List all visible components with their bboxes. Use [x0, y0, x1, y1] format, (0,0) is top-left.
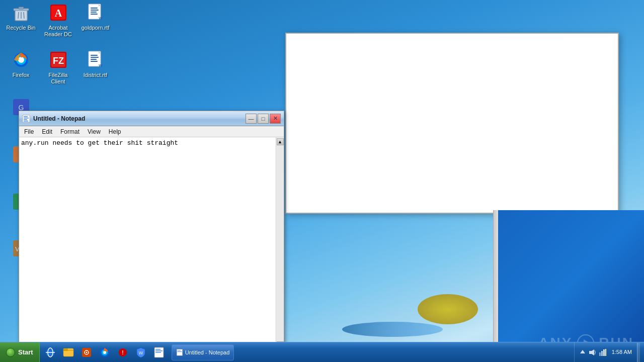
- tray-show-hidden[interactable]: [579, 348, 587, 356]
- svg-marker-68: [592, 349, 594, 355]
- svg-rect-48: [63, 348, 68, 351]
- svg-text:W: W: [99, 16, 103, 21]
- minimize-button[interactable]: —: [246, 114, 257, 124]
- system-tray: 1:58 AM: [574, 342, 644, 362]
- notepad-titlebar[interactable]: Untitled - Notepad — □ ✕: [19, 111, 284, 126]
- menu-format[interactable]: Format: [57, 127, 83, 136]
- svg-rect-72: [605, 349, 606, 356]
- taskbar-security-icon[interactable]: !: [114, 344, 131, 361]
- svg-rect-27: [91, 61, 98, 62]
- svg-rect-61: [155, 350, 163, 351]
- svg-rect-67: [589, 351, 592, 354]
- svg-rect-63: [177, 349, 182, 355]
- svg-rect-24: [91, 55, 98, 56]
- right-scrollbar-panel[interactable]: [493, 210, 498, 346]
- filezilla-icon-image: FZ: [48, 50, 68, 70]
- filezilla-label: FileZilla Client: [41, 72, 75, 85]
- svg-rect-39: [24, 118, 29, 119]
- firefox-icon-image: [11, 50, 31, 70]
- menu-edit[interactable]: Edit: [39, 127, 55, 136]
- task-notepad-icon: [176, 349, 183, 356]
- system-clock[interactable]: 1:58 AM: [609, 348, 635, 356]
- clock-time: 1:58 AM: [612, 348, 632, 356]
- svg-rect-69: [599, 352, 601, 356]
- ldistrict-rtf-label: ldistrict.rtf: [84, 72, 107, 78]
- acrobat-label: AcrobatReader DC: [44, 25, 72, 38]
- svg-rect-25: [91, 57, 99, 58]
- svg-rect-60: [155, 349, 160, 350]
- taskbar: Start: [0, 342, 644, 362]
- titlebar-buttons: — □ ✕: [246, 114, 281, 124]
- svg-rect-64: [177, 350, 180, 351]
- svg-rect-12: [91, 10, 99, 11]
- taskbar-quick-launch: ! W: [40, 342, 170, 362]
- notepad-scrollbar[interactable]: ▲ ▼: [276, 137, 284, 349]
- taskbar-firefox-icon[interactable]: [96, 344, 113, 361]
- tray-volume-icon[interactable]: [589, 348, 597, 356]
- menu-help[interactable]: Help: [106, 127, 124, 136]
- tray-network-icon[interactable]: [599, 348, 607, 356]
- acrobat-icon: A: [49, 4, 67, 22]
- recycle-bin-label: Recycle Bin: [6, 25, 35, 31]
- goldporn-rtf-icon-image: W: [86, 3, 106, 23]
- svg-rect-41: [24, 121, 28, 122]
- taskbar-explorer-icon[interactable]: [60, 344, 77, 361]
- svg-point-52: [86, 351, 87, 353]
- svg-rect-14: [91, 14, 98, 15]
- scroll-up-button[interactable]: ▲: [277, 138, 284, 145]
- start-label: Start: [18, 348, 33, 356]
- desktop-icon-goldporn-rtf[interactable]: W goldporn.rtf: [76, 1, 114, 33]
- notepad-title: Untitled - Notepad: [33, 115, 246, 122]
- show-desktop-button[interactable]: [637, 343, 640, 362]
- svg-rect-13: [91, 12, 97, 13]
- taskbar-firefox-svg: [99, 347, 110, 358]
- tray-arrow-icon: [579, 349, 586, 356]
- desktop-decoration-yellow: [418, 294, 478, 324]
- rtf-icon: W: [87, 4, 105, 22]
- menu-view[interactable]: View: [85, 127, 104, 136]
- start-button[interactable]: Start: [0, 342, 40, 363]
- desktop-decoration-blue-arc: [342, 322, 443, 337]
- svg-text:A: A: [54, 8, 62, 19]
- desktop-icon-filezilla[interactable]: FZ FileZilla Client: [39, 48, 77, 87]
- anyrun-watermark-panel: ANY RUN: [493, 210, 644, 362]
- desktop-icon-acrobat[interactable]: A AcrobatReader DC: [39, 1, 77, 40]
- svg-line-5: [24, 12, 24, 19]
- svg-rect-26: [91, 59, 97, 60]
- taskbar-ie-icon[interactable]: [42, 344, 59, 361]
- desktop-icon-recycle-bin[interactable]: Recycle Bin: [2, 1, 40, 33]
- firefox-label: Firefox: [13, 72, 30, 78]
- acrobat-icon-image: A: [48, 3, 68, 23]
- volume-icon-svg: [589, 348, 597, 356]
- taskbar-notepad-icon[interactable]: [150, 344, 168, 361]
- svg-rect-2: [19, 7, 24, 9]
- taskbar-media-icon[interactable]: [78, 344, 95, 361]
- filezilla-icon: FZ: [49, 51, 67, 69]
- svg-line-3: [18, 12, 19, 19]
- notepad-icon-svg: [22, 115, 30, 123]
- close-button[interactable]: ✕: [270, 114, 281, 124]
- firefox-icon: [12, 51, 30, 69]
- taskbar-shield-icon[interactable]: W: [132, 344, 149, 361]
- ie-icon-svg: [45, 347, 56, 358]
- desktop: Recycle Bin A AcrobatReader DC W gol: [0, 0, 644, 362]
- notepad-window[interactable]: Untitled - Notepad — □ ✕ File Edit Forma…: [19, 111, 284, 352]
- desktop-icon-firefox[interactable]: Firefox: [2, 48, 40, 80]
- security-icon-svg: !: [117, 347, 128, 358]
- maximize-button[interactable]: □: [258, 114, 269, 124]
- svg-rect-65: [177, 351, 182, 352]
- svg-rect-40: [24, 119, 27, 120]
- notepad-task-button[interactable]: Untitled - Notepad: [172, 344, 234, 360]
- shield-icon-svg: W: [135, 347, 146, 358]
- notepad-menubar: File Edit Format View Help: [19, 126, 284, 137]
- desktop-icon-ldistrict-rtf[interactable]: W ldistrict.rtf: [76, 48, 114, 80]
- notepad-textarea[interactable]: [19, 137, 284, 349]
- taskbar-tasks: Untitled - Notepad: [170, 342, 574, 362]
- ldistrict-rtf-icon: W: [87, 51, 105, 69]
- browser-window: [285, 33, 619, 214]
- scroll-track: [277, 145, 284, 341]
- svg-rect-38: [24, 116, 28, 117]
- recycle-bin-icon: [12, 4, 30, 22]
- menu-file[interactable]: File: [21, 127, 37, 136]
- recycle-bin-icon-image: [11, 3, 31, 23]
